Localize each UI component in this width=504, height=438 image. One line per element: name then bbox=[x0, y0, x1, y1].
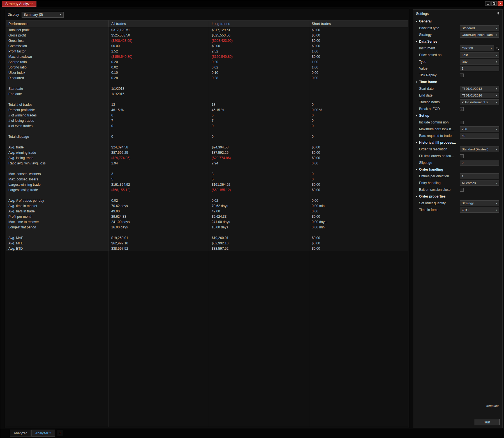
setting-label: Entry handling bbox=[419, 181, 460, 185]
table-row[interactable]: Largest winning trade$161,364.92$161,364… bbox=[6, 182, 408, 187]
search-icon[interactable] bbox=[496, 47, 499, 50]
table-row[interactable]: Max. time to recover241.00 days241.00 da… bbox=[6, 219, 408, 224]
setting-control: Standard▼ bbox=[460, 25, 499, 31]
exit-on-session-close-checkbox[interactable] bbox=[460, 188, 464, 192]
trading-hours-select[interactable]: <Use instrument s...▼ bbox=[460, 99, 499, 105]
start-date-select[interactable]: 01/01/2013▼ bbox=[460, 86, 499, 91]
type-select[interactable]: Day▼ bbox=[460, 59, 499, 65]
table-row[interactable]: Total slippage000 bbox=[6, 134, 408, 139]
table-row[interactable]: Longest flat period16.00 days16.00 days0… bbox=[6, 224, 408, 230]
setting-row-strategy: StrategyOrderSequenceExam▼ bbox=[413, 31, 502, 38]
table-row[interactable]: Gross profit$525,553.50$525,553.50$0.00 bbox=[6, 33, 408, 38]
table-row[interactable]: Avg. ETD$38,597.52$38,597.52$0.00 bbox=[6, 246, 408, 251]
table-row[interactable]: Max. drawdown($150,540.80)($150,540.80)$… bbox=[6, 54, 408, 59]
metric-value bbox=[209, 91, 309, 97]
strategy-select[interactable]: OrderSequenceExam▼ bbox=[460, 32, 499, 38]
table-row[interactable]: Ulcer index0.100.100.00 bbox=[6, 70, 408, 75]
break-at-eod-checkbox[interactable]: ✓ bbox=[460, 107, 464, 111]
value-input[interactable] bbox=[460, 66, 499, 71]
analyzer-content: Display Summary ($) ▼ Performance All tr… bbox=[5, 9, 409, 428]
table-row[interactable]: Largest losing trade($68,155.12)($68,155… bbox=[6, 187, 408, 192]
section-time-frame[interactable]: ▼Time frame bbox=[413, 79, 502, 85]
window-title-tab[interactable]: Strategy Analyzer bbox=[2, 1, 36, 7]
metric-value: 49.00 bbox=[109, 208, 209, 214]
restore-button[interactable] bbox=[491, 1, 497, 6]
metric-value: 6 bbox=[209, 113, 309, 118]
display-select[interactable]: Summary ($) ▼ bbox=[22, 12, 64, 18]
run-button[interactable]: Run bbox=[474, 419, 500, 425]
metric-label: Largest losing trade bbox=[6, 187, 109, 192]
section-historical-fill-process[interactable]: ▼Historical fill process... bbox=[413, 139, 502, 146]
table-row[interactable]: Avg. trade$24,394.58$24,394.58$0.00 bbox=[6, 145, 408, 150]
table-row[interactable]: Total net profit$317,129.51$317,129.51$0… bbox=[6, 27, 408, 33]
setting-control: All entries▼ bbox=[460, 180, 499, 186]
include-commission-checkbox[interactable] bbox=[460, 121, 464, 124]
table-row[interactable]: Profit factor2.522.521.00 bbox=[6, 49, 408, 54]
fill-limit-orders-on-tou-checkbox[interactable] bbox=[460, 154, 464, 158]
table-row[interactable]: Gross loss($208,423.99)($208,423.99)$0.0… bbox=[6, 38, 408, 43]
minimize-button[interactable] bbox=[485, 1, 491, 6]
entry-handling-select[interactable]: All entries▼ bbox=[460, 180, 499, 186]
table-row[interactable]: Avg. MFE$62,992.10$62,992.10$0.00 bbox=[6, 240, 408, 246]
maximum-bars-look-b-select[interactable]: 256▼ bbox=[460, 126, 499, 132]
table-row[interactable]: Max. consec. losers550 bbox=[6, 176, 408, 182]
table-row[interactable]: Ratio avg. win / avg. loss2.942.940.00 bbox=[6, 160, 408, 166]
add-tab-button[interactable]: + bbox=[57, 430, 63, 436]
metric-value: $0.00 bbox=[309, 150, 408, 155]
column-header-performance[interactable]: Performance bbox=[6, 20, 109, 27]
setting-control: ✓ bbox=[460, 107, 499, 111]
table-row[interactable]: Profit per month$9,624.33$9,624.33$0.00 bbox=[6, 214, 408, 219]
column-header-all-trades[interactable]: All trades bbox=[109, 20, 209, 27]
table-row[interactable]: Avg. time in market70.62 days70.62 days0… bbox=[6, 203, 408, 208]
tab-analyzer[interactable]: Analyzer bbox=[10, 430, 31, 437]
slippage-input[interactable] bbox=[460, 160, 499, 166]
table-row[interactable]: # of even trades000 bbox=[6, 123, 408, 129]
setting-row-maximum-bars-look-b: Maximum bars look b...256▼ bbox=[413, 126, 502, 132]
tick-replay-checkbox[interactable] bbox=[460, 74, 464, 77]
order-fill-resolution-select[interactable]: Standard (Fastest)▼ bbox=[460, 146, 499, 152]
instrument-select[interactable]: ^SP500▼ bbox=[460, 45, 494, 51]
table-row[interactable]: # of losing trades770 bbox=[6, 118, 408, 123]
table-row[interactable]: Commission$0.00$0.00$0.00 bbox=[6, 43, 408, 49]
table-row[interactable]: End date1/1/2016 bbox=[6, 91, 408, 97]
table-row[interactable]: Sortino ratio0.020.021.00 bbox=[6, 65, 408, 70]
section-data-series[interactable]: ▼Data Series bbox=[413, 38, 502, 45]
table-row[interactable]: Avg. MAE$19,260.01$19,260.01$0.00 bbox=[6, 235, 408, 240]
template-link[interactable]: template bbox=[486, 404, 499, 407]
plus-icon: + bbox=[59, 431, 61, 435]
table-row[interactable]: Total # of trades13130 bbox=[6, 102, 408, 107]
section-general[interactable]: ▼General bbox=[413, 18, 502, 25]
table-row[interactable]: Percent profitable46.15 %46.15 %0.00 % bbox=[6, 107, 408, 113]
table-row[interactable]: Avg. losing trade($29,774.86)($29,774.86… bbox=[6, 155, 408, 160]
table-row[interactable]: Sharpe ratio0.200.201.00 bbox=[6, 59, 408, 65]
section-order-properties[interactable]: ▼Order properties bbox=[413, 193, 502, 200]
table-row[interactable]: Max. consec. winners330 bbox=[6, 171, 408, 176]
metric-label: R squared bbox=[6, 75, 109, 81]
table-row[interactable]: Start date1/1/2013 bbox=[6, 86, 408, 91]
section-order-handling[interactable]: ▼Order handling bbox=[413, 166, 502, 173]
close-button[interactable] bbox=[498, 1, 503, 6]
metric-value: 1/1/2016 bbox=[109, 91, 209, 97]
entries-per-direction-input[interactable] bbox=[460, 173, 499, 179]
column-header-short-trades[interactable]: Short trades bbox=[309, 20, 408, 27]
table-row[interactable]: Avg. winning trade$87,592.25$87,592.25$0… bbox=[6, 150, 408, 155]
end-date-select[interactable]: 01/01/2016▼ bbox=[460, 93, 499, 98]
time-in-force-select[interactable]: GTC▼ bbox=[460, 207, 499, 213]
table-row[interactable]: Avg. bars in trade49.0049.000.00 bbox=[6, 208, 408, 214]
table-row[interactable]: # of winning trades660 bbox=[6, 113, 408, 118]
setting-row-value: Value bbox=[413, 65, 502, 72]
pin-icon[interactable] bbox=[497, 12, 500, 15]
chevron-down-icon: ▼ bbox=[494, 202, 498, 204]
table-row[interactable]: R squared0.280.280.00 bbox=[6, 75, 408, 81]
bars-required-to-trade-input[interactable] bbox=[460, 133, 499, 139]
price-based-on-select[interactable]: Last▼ bbox=[460, 52, 499, 58]
section-set-up[interactable]: ▼Set up bbox=[413, 112, 502, 119]
set-order-quantity-select[interactable]: Strategy▼ bbox=[460, 200, 499, 206]
column-header-long-trades[interactable]: Long trades bbox=[209, 20, 309, 27]
metric-value bbox=[209, 97, 309, 102]
setting-control: Day▼ bbox=[460, 59, 499, 65]
backtest-type-select[interactable]: Standard▼ bbox=[460, 25, 499, 31]
table-row[interactable]: Avg. # of trades per day0.020.020.00 bbox=[6, 198, 408, 203]
tab-analyzer-2[interactable]: Analyzer 2 bbox=[31, 430, 55, 437]
setting-control: OrderSequenceExam▼ bbox=[460, 32, 499, 38]
